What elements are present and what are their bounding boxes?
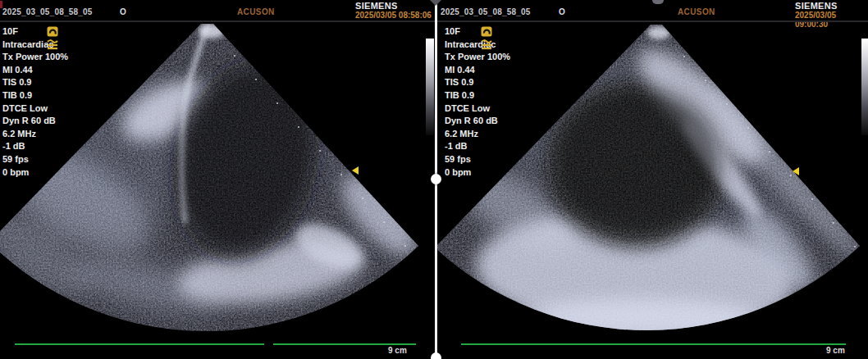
imaging-param: TIB 0.9 xyxy=(445,89,510,102)
depth-line xyxy=(273,343,416,345)
system-name-label: ACUSON xyxy=(678,7,715,16)
imaging-param: Tx Power 100% xyxy=(445,51,510,64)
imaging-param: 59 fps xyxy=(2,153,68,166)
orientation-mark: O xyxy=(120,7,126,16)
imaging-param: DTCE Low xyxy=(2,102,68,116)
corner-artifact-mark xyxy=(0,1,2,8)
imaging-param: Dyn R 60 dB xyxy=(445,115,510,128)
depth-line xyxy=(461,343,846,345)
image-texture-shape xyxy=(555,89,720,236)
header-separator xyxy=(0,20,868,22)
focus-marker-icon xyxy=(793,167,799,175)
probe-orientation-icon xyxy=(481,26,492,37)
scale-dot xyxy=(234,55,235,57)
scale-dot xyxy=(340,174,342,175)
divider-notch-icon xyxy=(430,0,441,6)
imaging-param: Dyn R 60 dB xyxy=(2,115,68,128)
depth-label: 9 cm xyxy=(388,346,407,355)
imaging-param: -1 dB xyxy=(445,140,510,153)
scale-dot xyxy=(276,102,278,104)
imaging-param: 0 bpm xyxy=(2,166,68,180)
imaging-param: Tx Power 100% xyxy=(2,51,68,64)
ultrasound-panel-left[interactable]: 2025_03_05_08_58_05 O ACUSON SIEMENS 202… xyxy=(0,0,434,359)
image-texture-shape xyxy=(48,48,57,49)
imaging-param: TIS 0.9 xyxy=(445,76,510,89)
grayscale-bar xyxy=(861,39,868,135)
scale-dot xyxy=(833,222,834,224)
imaging-param: MI 0.44 xyxy=(445,64,510,77)
scale-dot xyxy=(811,198,813,200)
vendor-logo: SIEMENS xyxy=(355,1,398,11)
ultrasound-panel-right[interactable]: 2025_03_05_08_58_05 O ACUSON SIEMENS 202… xyxy=(434,0,868,359)
vendor-logo: SIEMENS xyxy=(795,1,838,11)
scale-dot xyxy=(383,221,385,223)
imaging-param: -1 dB xyxy=(2,140,68,153)
acquisition-datetime: 2025/03/05 08:58:06 xyxy=(355,11,432,20)
orientation-mark: O xyxy=(559,7,565,16)
scale-dot xyxy=(854,246,856,248)
scale-dot xyxy=(404,245,406,247)
imaging-param: TIS 0.9 xyxy=(2,76,68,89)
depth-label: 9 cm xyxy=(826,346,845,355)
imaging-param: Intracardiac xyxy=(445,39,510,52)
imaging-param: 0 bpm xyxy=(445,166,510,180)
imaging-param: 6.2 MHz xyxy=(445,128,510,141)
grayscale-bar xyxy=(426,39,434,135)
scale-dot xyxy=(705,80,706,81)
scale-dot xyxy=(790,175,792,176)
scale-dot xyxy=(726,103,728,105)
status-icon-column xyxy=(47,26,60,52)
scale-dot xyxy=(747,127,749,129)
image-texture-shape xyxy=(482,40,491,43)
scale-dot xyxy=(769,151,770,152)
scale-dot xyxy=(319,150,321,152)
scale-dot xyxy=(298,126,299,128)
system-name-label: ACUSON xyxy=(237,7,275,16)
image-texture-shape xyxy=(48,40,57,43)
clip-filename: 2025_03_05_08_58_05 xyxy=(2,7,92,16)
depth-line xyxy=(15,343,264,345)
imaging-param: DTCE Low xyxy=(445,102,510,116)
acquisition-datetime: 2025/03/05 09:00:30 xyxy=(795,11,868,29)
image-texture-shape xyxy=(48,44,57,46)
divider-handle-bottom[interactable] xyxy=(431,352,441,359)
divider-handle[interactable] xyxy=(431,174,441,184)
image-texture-shape xyxy=(482,48,491,49)
imaging-param: 10F xyxy=(445,25,510,39)
imaging-param: MI 0.44 xyxy=(2,64,68,77)
imaging-parameter-list: 10FIntracardiacTx Power 100%MI 0.44TIS 0… xyxy=(445,25,510,179)
scale-dot xyxy=(255,79,257,80)
scale-dot xyxy=(683,56,685,57)
status-icon-column xyxy=(481,26,494,52)
image-enhance-icon xyxy=(47,39,58,51)
imaging-param: TIB 0.9 xyxy=(2,89,68,102)
ultrasound-dual-review-screen: 2025_03_05_08_58_05 O ACUSON SIEMENS 202… xyxy=(0,0,868,359)
imaging-param: 6.2 MHz xyxy=(2,128,68,141)
scale-dot xyxy=(362,198,363,199)
clip-filename: 2025_03_05_08_58_05 xyxy=(441,7,530,16)
probe-orientation-icon xyxy=(47,26,58,37)
focus-marker-icon xyxy=(352,166,359,175)
imaging-param: 59 fps xyxy=(445,153,510,166)
image-enhance-icon xyxy=(481,39,492,51)
image-texture-shape xyxy=(482,44,491,46)
